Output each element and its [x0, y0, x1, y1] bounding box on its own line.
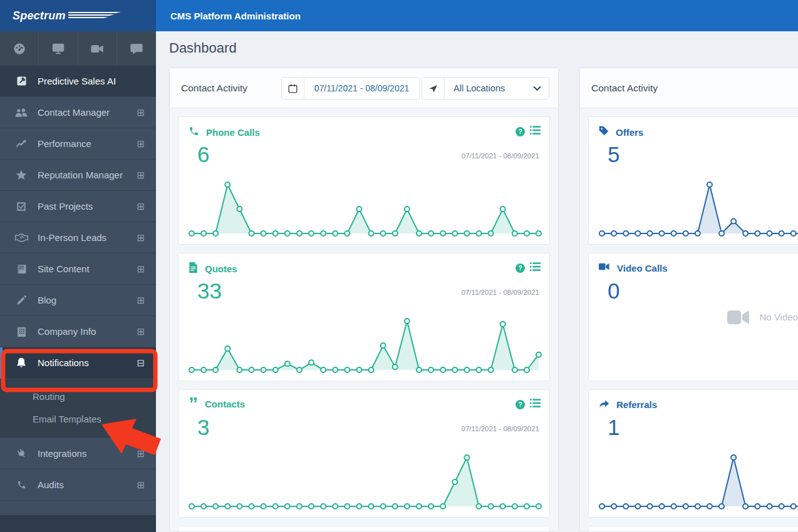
plug-icon — [14, 448, 29, 459]
sidebar-item-past-projects[interactable]: Past Projects ⊞ — [0, 191, 156, 222]
contacts-sparkline — [189, 452, 542, 509]
expand-plus-icon[interactable]: ⊞ — [137, 201, 145, 212]
sidebar-footer — [0, 515, 156, 532]
video-camera-icon — [727, 309, 751, 325]
dashboard-gauge-icon[interactable] — [0, 31, 39, 66]
location-select[interactable]: All Locations — [445, 78, 549, 99]
book-icon — [14, 264, 29, 274]
sidebar-item-blog[interactable]: Blog ⊞ — [0, 285, 156, 316]
phone-icon — [14, 480, 29, 489]
logo-swoosh-icon — [68, 11, 122, 21]
building-icon — [14, 327, 29, 337]
expand-plus-icon[interactable]: ⊞ — [137, 479, 145, 491]
collapse-minus-icon[interactable]: ⊟ — [137, 357, 145, 369]
contacts-card: ” Contacts ? 3 07/11/2021 - 08/09/2021 — [178, 389, 550, 518]
quote-icon: ” — [189, 399, 198, 409]
offers-card: Offers ? 5 07/11/2021 - 08/09/2021 — [588, 116, 798, 245]
sidebar-item-in-person-leads[interactable]: In-Person Leads ⊞ — [0, 222, 156, 253]
submenu-item-routing[interactable]: Routing — [0, 385, 156, 407]
chat-bubble-icon[interactable] — [117, 31, 156, 66]
list-icon[interactable] — [530, 126, 541, 138]
expand-plus-icon[interactable]: ⊞ — [137, 326, 145, 337]
file-icon — [189, 262, 198, 275]
help-icon[interactable]: ? — [516, 400, 525, 409]
sidebar-item-performance[interactable]: Performance ⊞ — [0, 128, 156, 160]
notifications-submenu: Routing Email Templates — [0, 379, 156, 438]
sidebar-item-contact-manager[interactable]: Contact Manager ⊞ — [0, 97, 156, 128]
panel-header: Contact Activity All Locations — [580, 68, 798, 108]
page-title: Dashboard — [169, 40, 237, 56]
star-icon — [14, 170, 29, 180]
no-video-calls-placeholder: No Video Calls — [589, 253, 798, 381]
sidebar-item-audits[interactable]: Audits ⊞ — [0, 469, 156, 501]
main-content: Dashboard Contact Activity All Locations — [156, 31, 798, 532]
sidebar: Predictive Sales AI Contact Manager ⊞ Pe… — [0, 31, 156, 532]
quotes-card: Quotes ? 33 07/11/2021 - 08/09/2021 — [178, 253, 550, 381]
sidebar-icon-strip — [0, 31, 156, 66]
quotes-sparkline — [189, 315, 542, 373]
list-icon[interactable] — [530, 399, 541, 411]
help-icon[interactable]: ? — [516, 263, 525, 273]
users-icon — [14, 108, 29, 118]
expand-plus-icon[interactable]: ⊞ — [137, 263, 145, 275]
expand-plus-icon[interactable]: ⊞ — [137, 295, 145, 306]
referrals-card: Referrals ? 1 07/11/2021 - 08/09/2021 — [588, 389, 798, 518]
sidebar-item-notifications[interactable]: Notifications ⊟ — [0, 347, 156, 379]
sidebar-item-integrations[interactable]: Integrations ⊞ — [0, 438, 156, 469]
video-calls-card: Video Calls ? 0 07/11/2021 - 08/09/2021 … — [588, 253, 798, 381]
tag-icon — [599, 126, 609, 138]
pencil-icon — [14, 295, 29, 305]
bell-icon — [14, 357, 29, 368]
card-partial — [588, 526, 798, 532]
location-arrow-icon[interactable] — [422, 78, 445, 99]
list-icon[interactable] — [530, 262, 541, 274]
sidebar-item-company-info[interactable]: Company Info ⊞ — [0, 316, 156, 347]
calendar-button[interactable] — [282, 78, 304, 99]
handshake-icon — [14, 233, 29, 242]
chart-line-icon — [14, 139, 29, 149]
video-camera-icon[interactable] — [78, 31, 117, 66]
contact-activity-panel-left: Contact Activity All Locations — [169, 68, 559, 532]
expand-plus-icon[interactable]: ⊞ — [137, 232, 145, 243]
phone-calls-card: Phone Calls ? 6 07/11/2021 - 08/09/2021 — [178, 116, 550, 245]
card-partial — [178, 526, 550, 532]
expand-plus-icon[interactable]: ⊞ — [137, 448, 145, 459]
sidebar-item-reputation-manager[interactable]: Reputation Manager ⊞ — [0, 160, 156, 191]
share-arrow-icon — [599, 399, 609, 411]
referrals-sparkline — [599, 452, 798, 509]
chevron-down-icon — [533, 86, 541, 91]
sidebar-item-predictive-sales-ai[interactable]: Predictive Sales AI — [0, 66, 156, 97]
monitor-icon[interactable] — [39, 31, 78, 66]
expand-plus-icon[interactable]: ⊞ — [137, 107, 145, 118]
sidebar-item-site-content[interactable]: Site Content ⊞ — [0, 253, 156, 285]
offers-sparkline — [599, 179, 798, 237]
check-square-icon — [14, 202, 29, 212]
expand-plus-icon[interactable]: ⊞ — [137, 138, 145, 150]
app-title: CMS Platform Administration — [170, 0, 301, 31]
logo-text: Spectrum — [13, 9, 66, 23]
top-bar: Spectrum CMS Platform Administration — [0, 0, 798, 31]
date-range-input[interactable] — [304, 78, 419, 99]
contact-activity-panel-right: Contact Activity All Locations — [579, 68, 798, 532]
help-icon[interactable]: ? — [516, 127, 525, 136]
submenu-item-email-templates[interactable]: Email Templates — [0, 407, 156, 430]
expand-plus-icon[interactable]: ⊞ — [137, 170, 145, 181]
panel-header: Contact Activity All Locations — [170, 68, 558, 108]
logo: Spectrum — [0, 0, 156, 31]
pen-square-icon — [14, 76, 29, 86]
phone-calls-sparkline — [189, 179, 542, 237]
phone-icon — [189, 126, 199, 139]
